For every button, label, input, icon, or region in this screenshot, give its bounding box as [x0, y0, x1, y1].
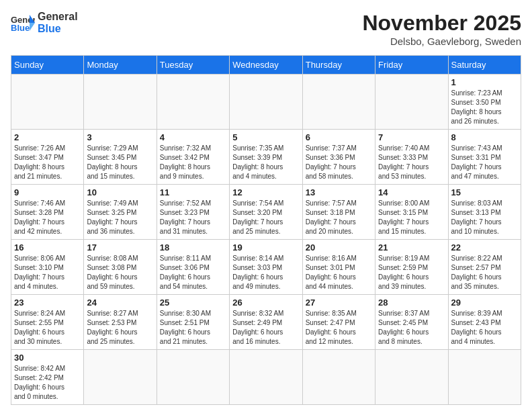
calendar-cell: 17Sunrise: 8:08 AM Sunset: 3:08 PM Dayli… [84, 240, 157, 295]
day-header-thursday: Thursday [302, 56, 375, 75]
calendar-cell [230, 75, 302, 130]
calendar-cell: 22Sunrise: 8:22 AM Sunset: 2:57 PM Dayli… [448, 240, 521, 295]
day-number: 30 [14, 353, 81, 363]
day-info: Sunrise: 8:14 AM Sunset: 3:03 PM Dayligh… [232, 254, 299, 291]
day-header-monday: Monday [84, 56, 157, 75]
title-area: November 2025 Delsbo, Gaevleborg, Sweden [362, 11, 521, 47]
day-number: 10 [87, 187, 153, 197]
calendar-cell [375, 350, 448, 405]
calendar-cell: 29Sunrise: 8:39 AM Sunset: 2:43 PM Dayli… [448, 295, 521, 350]
logo-general-text: General [38, 11, 78, 23]
calendar-cell: 27Sunrise: 8:35 AM Sunset: 2:47 PM Dayli… [302, 295, 375, 350]
logo-icon: General Blue [11, 13, 35, 32]
day-info: Sunrise: 7:49 AM Sunset: 3:25 PM Dayligh… [87, 199, 153, 236]
calendar-cell [375, 75, 448, 130]
day-number: 13 [306, 187, 372, 197]
calendar-cell: 13Sunrise: 7:57 AM Sunset: 3:18 PM Dayli… [302, 185, 375, 240]
day-info: Sunrise: 7:52 AM Sunset: 3:23 PM Dayligh… [160, 199, 226, 236]
day-info: Sunrise: 7:29 AM Sunset: 3:45 PM Dayligh… [87, 144, 153, 181]
calendar-cell: 12Sunrise: 7:54 AM Sunset: 3:20 PM Dayli… [230, 185, 302, 240]
calendar-cell: 10Sunrise: 7:49 AM Sunset: 3:25 PM Dayli… [84, 185, 157, 240]
day-info: Sunrise: 8:39 AM Sunset: 2:43 PM Dayligh… [451, 309, 518, 347]
day-number: 6 [306, 132, 372, 142]
day-info: Sunrise: 8:27 AM Sunset: 2:53 PM Dayligh… [87, 309, 153, 347]
day-number: 15 [451, 187, 518, 197]
day-info: Sunrise: 7:46 AM Sunset: 3:28 PM Dayligh… [14, 199, 81, 236]
calendar-week-1: 1Sunrise: 7:23 AM Sunset: 3:50 PM Daylig… [11, 75, 521, 130]
day-info: Sunrise: 8:32 AM Sunset: 2:49 PM Dayligh… [232, 309, 299, 347]
calendar-cell: 9Sunrise: 7:46 AM Sunset: 3:28 PM Daylig… [11, 185, 84, 240]
calendar-week-6: 30Sunrise: 8:42 AM Sunset: 2:42 PM Dayli… [11, 350, 521, 405]
day-number: 27 [306, 298, 372, 308]
day-info: Sunrise: 7:35 AM Sunset: 3:39 PM Dayligh… [232, 144, 299, 181]
calendar-week-3: 9Sunrise: 7:46 AM Sunset: 3:28 PM Daylig… [11, 185, 521, 240]
day-number: 3 [87, 132, 153, 142]
calendar-cell: 26Sunrise: 8:32 AM Sunset: 2:49 PM Dayli… [230, 295, 302, 350]
day-info: Sunrise: 8:08 AM Sunset: 3:08 PM Dayligh… [87, 254, 153, 291]
day-info: Sunrise: 8:06 AM Sunset: 3:10 PM Dayligh… [14, 254, 81, 291]
day-number: 16 [14, 242, 81, 253]
calendar-cell: 20Sunrise: 8:16 AM Sunset: 3:01 PM Dayli… [302, 240, 375, 295]
day-info: Sunrise: 8:00 AM Sunset: 3:15 PM Dayligh… [378, 199, 445, 236]
day-number: 28 [378, 298, 445, 308]
calendar-week-5: 23Sunrise: 8:24 AM Sunset: 2:55 PM Dayli… [11, 295, 521, 350]
day-number: 22 [451, 242, 518, 253]
calendar-cell: 25Sunrise: 8:30 AM Sunset: 2:51 PM Dayli… [157, 295, 229, 350]
logo: General Blue General Blue [11, 11, 78, 34]
calendar-cell [157, 350, 229, 405]
calendar-cell: 1Sunrise: 7:23 AM Sunset: 3:50 PM Daylig… [448, 75, 521, 130]
calendar-cell: 4Sunrise: 7:32 AM Sunset: 3:42 PM Daylig… [157, 130, 229, 185]
day-number: 19 [232, 242, 299, 253]
calendar-cell: 7Sunrise: 7:40 AM Sunset: 3:33 PM Daylig… [375, 130, 448, 185]
day-info: Sunrise: 8:30 AM Sunset: 2:51 PM Dayligh… [160, 309, 226, 347]
calendar-cell: 28Sunrise: 8:37 AM Sunset: 2:45 PM Dayli… [375, 295, 448, 350]
day-info: Sunrise: 7:57 AM Sunset: 3:18 PM Dayligh… [306, 199, 372, 236]
calendar-week-4: 16Sunrise: 8:06 AM Sunset: 3:10 PM Dayli… [11, 240, 521, 295]
calendar-cell: 16Sunrise: 8:06 AM Sunset: 3:10 PM Dayli… [11, 240, 84, 295]
day-number: 23 [14, 298, 81, 308]
day-header-tuesday: Tuesday [157, 56, 229, 75]
calendar-table: SundayMondayTuesdayWednesdayThursdayFrid… [11, 55, 521, 405]
calendar-cell: 15Sunrise: 8:03 AM Sunset: 3:13 PM Dayli… [448, 185, 521, 240]
day-header-saturday: Saturday [448, 56, 521, 75]
day-header-friday: Friday [375, 56, 448, 75]
calendar-cell [84, 350, 157, 405]
day-number: 11 [160, 187, 226, 197]
day-number: 17 [87, 242, 153, 253]
day-number: 26 [232, 298, 299, 308]
day-header-wednesday: Wednesday [230, 56, 302, 75]
calendar-cell: 19Sunrise: 8:14 AM Sunset: 3:03 PM Dayli… [230, 240, 302, 295]
day-info: Sunrise: 7:23 AM Sunset: 3:50 PM Dayligh… [451, 89, 518, 126]
day-info: Sunrise: 7:37 AM Sunset: 3:36 PM Dayligh… [306, 144, 372, 181]
calendar-cell: 30Sunrise: 8:42 AM Sunset: 2:42 PM Dayli… [11, 350, 84, 405]
calendar-cell [448, 350, 521, 405]
day-info: Sunrise: 8:03 AM Sunset: 3:13 PM Dayligh… [451, 199, 518, 236]
calendar-cell [302, 75, 375, 130]
day-info: Sunrise: 8:19 AM Sunset: 2:59 PM Dayligh… [378, 254, 445, 291]
day-number: 2 [14, 132, 81, 142]
day-header-sunday: Sunday [11, 56, 84, 75]
day-number: 1 [451, 77, 518, 87]
calendar-cell: 2Sunrise: 7:26 AM Sunset: 3:47 PM Daylig… [11, 130, 84, 185]
day-number: 8 [451, 132, 518, 142]
day-number: 29 [451, 298, 518, 308]
day-info: Sunrise: 7:43 AM Sunset: 3:31 PM Dayligh… [451, 144, 518, 181]
calendar-cell: 11Sunrise: 7:52 AM Sunset: 3:23 PM Dayli… [157, 185, 229, 240]
day-number: 9 [14, 187, 81, 197]
location: Delsbo, Gaevleborg, Sweden [362, 36, 521, 47]
calendar-header-row: SundayMondayTuesdayWednesdayThursdayFrid… [11, 56, 521, 75]
calendar-cell [302, 350, 375, 405]
day-info: Sunrise: 8:22 AM Sunset: 2:57 PM Dayligh… [451, 254, 518, 291]
day-info: Sunrise: 7:26 AM Sunset: 3:47 PM Dayligh… [14, 144, 81, 181]
day-info: Sunrise: 8:24 AM Sunset: 2:55 PM Dayligh… [14, 309, 81, 347]
calendar-cell [84, 75, 157, 130]
svg-marker-3 [30, 23, 35, 31]
day-number: 5 [232, 132, 299, 142]
day-number: 25 [160, 298, 226, 308]
day-info: Sunrise: 7:54 AM Sunset: 3:20 PM Dayligh… [232, 199, 299, 236]
day-info: Sunrise: 7:32 AM Sunset: 3:42 PM Dayligh… [160, 144, 226, 181]
day-number: 7 [378, 132, 445, 142]
logo-blue-text: Blue [38, 23, 78, 35]
calendar-cell: 14Sunrise: 8:00 AM Sunset: 3:15 PM Dayli… [375, 185, 448, 240]
day-info: Sunrise: 8:42 AM Sunset: 2:42 PM Dayligh… [14, 364, 81, 402]
